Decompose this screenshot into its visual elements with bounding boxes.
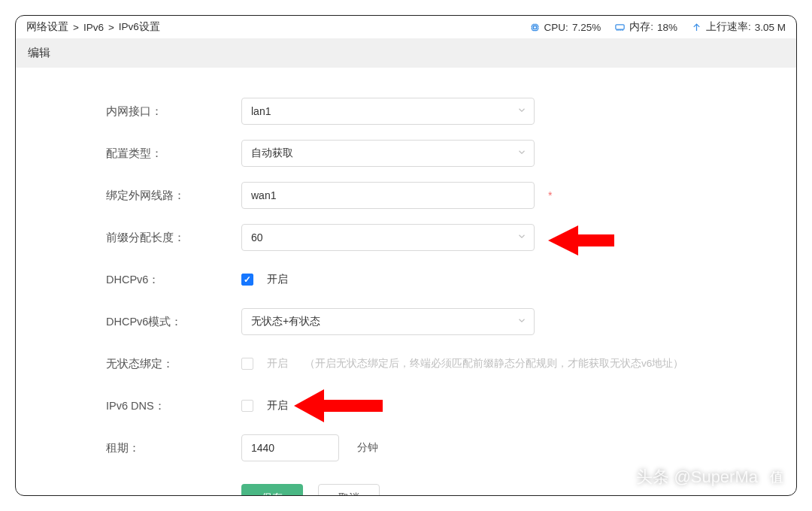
- lease-input[interactable]: [241, 434, 339, 461]
- save-button[interactable]: 保存: [241, 484, 303, 496]
- ipv6-dns-enable-text: 开启: [267, 399, 288, 413]
- dhcpv6-enable-text: 开启: [267, 273, 288, 286]
- uplink-icon: [691, 22, 702, 33]
- prefix-len-label: 前缀分配长度：: [106, 231, 241, 245]
- status-cpu: CPU: 7.25%: [529, 22, 601, 33]
- svg-marker-4: [294, 389, 383, 422]
- ipv6-dns-checkbox[interactable]: [241, 400, 253, 412]
- dhcpv6-mode-select[interactable]: [241, 308, 535, 335]
- config-type-select[interactable]: [241, 140, 535, 167]
- stateless-bind-enable-text: 开启: [267, 357, 288, 370]
- breadcrumb-b[interactable]: IPv6: [83, 22, 104, 33]
- interface-select[interactable]: [241, 98, 535, 125]
- cancel-button[interactable]: 取消: [318, 484, 380, 496]
- breadcrumb-a[interactable]: 网络设置: [26, 20, 68, 34]
- interface-label: 内网接口：: [106, 104, 241, 119]
- stateless-bind-checkbox[interactable]: [241, 358, 253, 370]
- dhcpv6-checkbox[interactable]: [241, 274, 253, 286]
- stateless-bind-label: 无状态绑定：: [106, 357, 241, 371]
- bind-wan-input[interactable]: [241, 182, 535, 209]
- ipv6-dns-label: IPv6 DNS：: [106, 399, 241, 413]
- prefix-len-select[interactable]: [241, 224, 535, 251]
- svg-marker-3: [548, 225, 614, 256]
- dhcpv6-label: DHCPv6：: [106, 273, 241, 287]
- stateless-bind-hint: （开启无状态绑定后，终端必须匹配前缀静态分配规则，才能获取无状态v6地址）: [304, 357, 683, 370]
- svg-rect-0: [532, 24, 538, 30]
- dhcpv6-mode-label: DHCPv6模式：: [106, 315, 241, 329]
- memory-icon: [614, 22, 626, 33]
- config-type-label: 配置类型：: [106, 147, 241, 161]
- svg-rect-1: [533, 26, 536, 29]
- svg-rect-2: [616, 24, 624, 29]
- cpu-icon: [529, 22, 541, 33]
- annotation-arrow: [548, 218, 616, 263]
- status-uplink: 上行速率: 3.05 M: [691, 20, 786, 34]
- breadcrumb: 网络设置 > IPv6 > IPv6设置: [26, 20, 160, 34]
- lease-unit: 分钟: [357, 441, 378, 455]
- status-bar: CPU: 7.25% 内存: 18% 上行速率: 3.05 M: [529, 20, 786, 34]
- breadcrumb-c: IPv6设置: [119, 20, 160, 34]
- required-mark: *: [548, 189, 552, 201]
- panel-title: 编辑: [16, 38, 796, 68]
- status-memory: 内存: 18%: [614, 20, 677, 34]
- bind-wan-label: 绑定外网线路：: [106, 189, 241, 203]
- lease-label: 租期：: [106, 441, 241, 455]
- annotation-arrow: [294, 383, 384, 428]
